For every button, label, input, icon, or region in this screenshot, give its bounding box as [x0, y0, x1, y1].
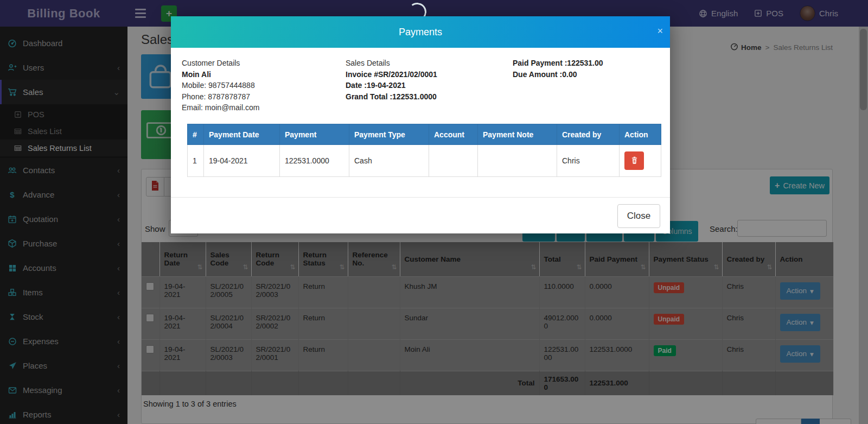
payments-modal-body: Customer Details Moin Ali Mobile: 987574… — [171, 48, 670, 197]
due-amount: Due Amount :0.00 — [513, 69, 603, 80]
payment-summary: Paid Payment :122531.00 Due Amount :0.00 — [513, 58, 603, 80]
close-icon[interactable]: × — [657, 26, 663, 36]
grand-total: Grand Total :122531.0000 — [346, 91, 437, 103]
modal-title: Payments — [399, 27, 442, 38]
payments-table: # Payment Date Payment Payment Type Acco… — [187, 124, 661, 177]
close-button[interactable]: Close — [617, 204, 660, 228]
payments-modal-footer: Close — [171, 197, 670, 233]
customer-email: Email: moin@mail.com — [182, 102, 259, 113]
payments-modal: Payments × Customer Details Moin Ali Mob… — [171, 16, 670, 233]
sales-details-heading: Sales Details — [346, 58, 437, 69]
payments-modal-header: Payments × — [171, 16, 670, 48]
payment-row: 1 19-04-2021 122531.0000 Cash Chris — [188, 145, 661, 177]
paid-payment: Paid Payment :122531.00 — [513, 58, 603, 69]
sales-details: Sales Details Invoice #SR/2021/02/0001 D… — [346, 58, 437, 102]
invoice-date: Date :19-04-2021 — [346, 80, 437, 91]
delete-payment-button[interactable] — [624, 151, 644, 170]
invoice-number: Invoice #SR/2021/02/0001 — [346, 69, 437, 80]
payments-header-row: # Payment Date Payment Payment Type Acco… — [188, 124, 661, 145]
trash-icon — [630, 156, 639, 166]
customer-name: Moin Ali — [182, 69, 259, 80]
customer-details: Customer Details Moin Ali Mobile: 987574… — [182, 58, 259, 113]
customer-mobile: Mobile: 98757444888 — [182, 80, 259, 91]
customer-details-heading: Customer Details — [182, 58, 259, 69]
customer-phone: Phone: 8787878787 — [182, 91, 259, 103]
